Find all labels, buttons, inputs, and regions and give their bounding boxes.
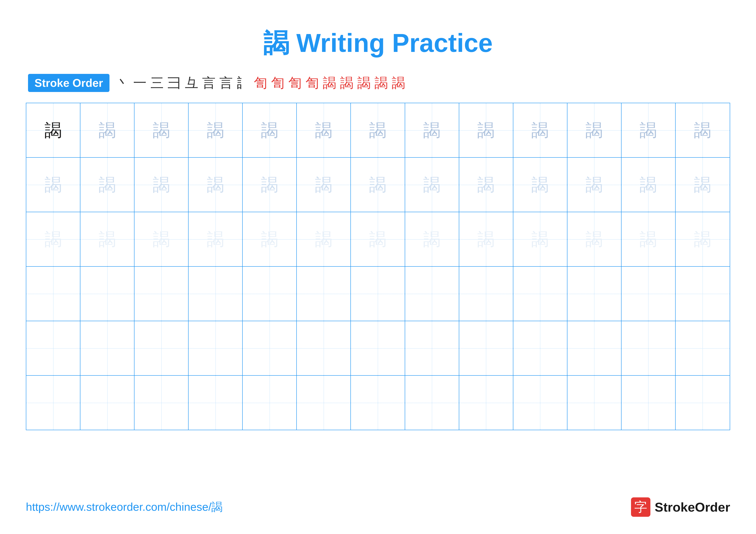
- grid-cell-4-12[interactable]: [622, 267, 676, 321]
- stroke-step-12: 訇: [306, 76, 319, 89]
- grid-cell-3-1[interactable]: 謁: [26, 212, 80, 266]
- grid-cell-2-1[interactable]: 謁: [26, 158, 80, 212]
- grid-cell-1-7[interactable]: 謁: [351, 103, 405, 157]
- char-display: 謁: [44, 176, 62, 193]
- grid-cell-4-13[interactable]: [676, 267, 730, 321]
- stroke-step-9: 訇: [254, 76, 267, 89]
- grid-cell-1-11[interactable]: 謁: [567, 103, 622, 157]
- grid-cell-3-13[interactable]: 謁: [676, 212, 730, 266]
- grid-cell-5-7[interactable]: [351, 321, 405, 375]
- grid-cell-1-2[interactable]: 謁: [80, 103, 134, 157]
- grid-cell-3-7[interactable]: 謁: [351, 212, 405, 266]
- stroke-step-8: 訁: [237, 76, 250, 89]
- grid-cell-2-13[interactable]: 謁: [676, 158, 730, 212]
- grid-cell-2-12[interactable]: 謁: [622, 158, 676, 212]
- footer: https://www.strokeorder.com/chinese/謁 字 …: [26, 497, 730, 517]
- char-display: 謁: [44, 231, 62, 248]
- grid-cell-3-10[interactable]: 謁: [513, 212, 567, 266]
- grid-cell-1-13[interactable]: 謁: [676, 103, 730, 157]
- grid-cell-2-4[interactable]: 謁: [189, 158, 243, 212]
- grid-cell-6-10[interactable]: [513, 376, 567, 430]
- grid-cell-3-12[interactable]: 謁: [622, 212, 676, 266]
- grid-cell-1-12[interactable]: 謁: [622, 103, 676, 157]
- grid-cell-3-5[interactable]: 謁: [243, 212, 297, 266]
- grid-row-1: 謁 謁 謁 謁 謁 謁 謁 謁 謁 謁 謁 謁 謁: [26, 103, 730, 158]
- page: 謁 Writing Practice Stroke Order 丶 一 三 彐 …: [0, 0, 756, 534]
- stroke-step-14: 謁: [340, 76, 353, 89]
- grid-cell-2-5[interactable]: 謁: [243, 158, 297, 212]
- grid-cell-5-10[interactable]: [513, 321, 567, 375]
- grid-cell-4-9[interactable]: [459, 267, 513, 321]
- grid-cell-1-9[interactable]: 謁: [459, 103, 513, 157]
- grid-cell-2-6[interactable]: 謁: [297, 158, 351, 212]
- grid-cell-6-8[interactable]: [405, 376, 459, 430]
- grid-cell-6-4[interactable]: [189, 376, 243, 430]
- grid-cell-1-3[interactable]: 謁: [134, 103, 189, 157]
- grid-cell-6-5[interactable]: [243, 376, 297, 430]
- grid-cell-5-5[interactable]: [243, 321, 297, 375]
- grid-cell-4-11[interactable]: [567, 267, 622, 321]
- grid-cell-4-2[interactable]: [80, 267, 134, 321]
- grid-cell-1-6[interactable]: 謁: [297, 103, 351, 157]
- char-display: 謁: [585, 176, 603, 193]
- grid-cell-4-8[interactable]: [405, 267, 459, 321]
- grid-cell-4-4[interactable]: [189, 267, 243, 321]
- grid-cell-1-1[interactable]: 謁: [26, 103, 80, 157]
- grid-cell-6-12[interactable]: [622, 376, 676, 430]
- grid-cell-3-11[interactable]: 謁: [567, 212, 622, 266]
- grid-cell-5-6[interactable]: [297, 321, 351, 375]
- char-display: 謁: [640, 122, 657, 139]
- grid-cell-2-7[interactable]: 謁: [351, 158, 405, 212]
- logo-text: StrokeOrder: [655, 500, 730, 515]
- grid-cell-3-9[interactable]: 謁: [459, 212, 513, 266]
- stroke-step-11: 訇: [288, 76, 302, 89]
- grid-cell-2-11[interactable]: 謁: [567, 158, 622, 212]
- grid-cell-6-3[interactable]: [134, 376, 189, 430]
- char-display: 謁: [477, 231, 495, 248]
- grid-cell-3-4[interactable]: 謁: [189, 212, 243, 266]
- grid-cell-1-10[interactable]: 謁: [513, 103, 567, 157]
- grid-cell-2-10[interactable]: 謁: [513, 158, 567, 212]
- grid-cell-5-11[interactable]: [567, 321, 622, 375]
- grid-cell-2-2[interactable]: 謁: [80, 158, 134, 212]
- grid-cell-1-5[interactable]: 謁: [243, 103, 297, 157]
- stroke-step-6: 言: [202, 76, 216, 89]
- grid-cell-5-13[interactable]: [676, 321, 730, 375]
- grid-cell-2-9[interactable]: 謁: [459, 158, 513, 212]
- char-display: 謁: [531, 176, 549, 193]
- grid-cell-2-8[interactable]: 謁: [405, 158, 459, 212]
- grid-cell-1-8[interactable]: 謁: [405, 103, 459, 157]
- grid-cell-3-6[interactable]: 謁: [297, 212, 351, 266]
- footer-logo: 字 StrokeOrder: [631, 497, 730, 517]
- grid-cell-6-9[interactable]: [459, 376, 513, 430]
- grid-cell-2-3[interactable]: 謁: [134, 158, 189, 212]
- grid-cell-3-3[interactable]: 謁: [134, 212, 189, 266]
- grid-cell-4-6[interactable]: [297, 267, 351, 321]
- grid-cell-3-8[interactable]: 謁: [405, 212, 459, 266]
- grid-cell-6-1[interactable]: [26, 376, 80, 430]
- char-display: 謁: [531, 231, 549, 248]
- grid-cell-1-4[interactable]: 謁: [189, 103, 243, 157]
- char-display: 謁: [640, 231, 657, 248]
- char-display: 謁: [261, 231, 278, 248]
- grid-cell-4-3[interactable]: [134, 267, 189, 321]
- grid-cell-5-1[interactable]: [26, 321, 80, 375]
- grid-cell-6-13[interactable]: [676, 376, 730, 430]
- grid-cell-5-3[interactable]: [134, 321, 189, 375]
- grid-cell-5-12[interactable]: [622, 321, 676, 375]
- grid-cell-5-9[interactable]: [459, 321, 513, 375]
- grid-cell-4-1[interactable]: [26, 267, 80, 321]
- grid-cell-6-6[interactable]: [297, 376, 351, 430]
- grid-cell-4-10[interactable]: [513, 267, 567, 321]
- grid-cell-4-7[interactable]: [351, 267, 405, 321]
- char-display: 謁: [207, 231, 224, 248]
- grid-cell-6-11[interactable]: [567, 376, 622, 430]
- grid-cell-4-5[interactable]: [243, 267, 297, 321]
- grid-cell-5-2[interactable]: [80, 321, 134, 375]
- grid-cell-6-7[interactable]: [351, 376, 405, 430]
- grid-cell-3-2[interactable]: 謁: [80, 212, 134, 266]
- logo-icon: 字: [631, 497, 650, 517]
- grid-cell-6-2[interactable]: [80, 376, 134, 430]
- grid-cell-5-4[interactable]: [189, 321, 243, 375]
- grid-cell-5-8[interactable]: [405, 321, 459, 375]
